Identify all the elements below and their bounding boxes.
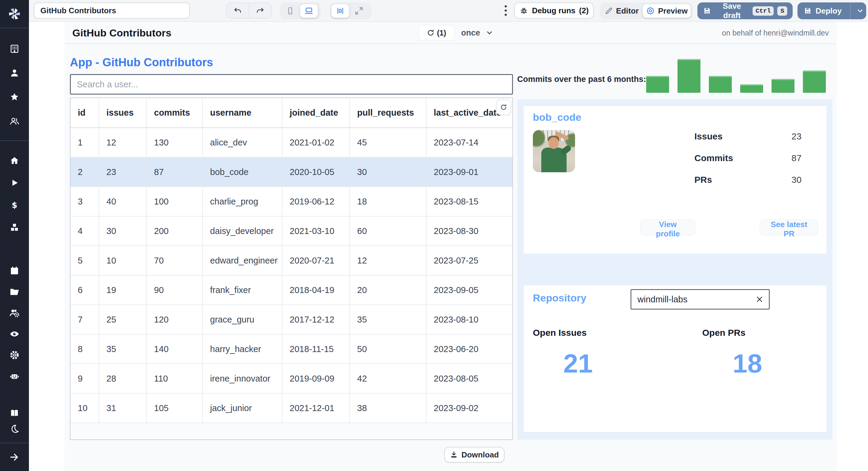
layout-toggle-group — [330, 2, 371, 19]
view-profile-button[interactable]: View profile — [640, 219, 695, 236]
table-row[interactable]: 340100charlie_prog2019-06-12182023-08-15 — [70, 187, 513, 216]
users-gear-icon[interactable] — [0, 302, 29, 324]
commit-bar — [803, 70, 826, 93]
table-row[interactable]: 725120grace_guru2017-12-12352023-08-10 — [70, 305, 513, 334]
floppy-deploy-icon — [804, 7, 812, 15]
redo-button[interactable] — [249, 3, 271, 18]
app-page-title: GitHub Contributors — [72, 22, 172, 44]
stat-prs-value: 30 — [792, 175, 801, 185]
floppy-save-icon — [703, 7, 711, 15]
table-row[interactable]: 1031105jack_junior2021-12-01382023-09-02 — [70, 393, 513, 423]
download-icon — [450, 451, 458, 459]
fullscreen-button[interactable] — [350, 4, 368, 18]
users-icon[interactable] — [0, 109, 29, 133]
folders-icon[interactable] — [0, 281, 29, 302]
schedules-calendar-icon[interactable] — [0, 260, 29, 281]
refresh-count: (1) — [437, 29, 446, 37]
docs-book-icon[interactable] — [0, 405, 29, 421]
col-issues: issues — [99, 98, 147, 128]
dark-mode-moon-icon[interactable] — [0, 421, 29, 437]
commits-bar-chart — [646, 59, 827, 93]
repository-input[interactable] — [630, 289, 770, 310]
home-icon[interactable] — [0, 149, 29, 172]
variables-dollar-icon[interactable]: $ — [0, 194, 29, 216]
stat-commits-value: 87 — [792, 153, 801, 163]
settings-gear-icon[interactable] — [0, 344, 29, 366]
audit-eye-icon[interactable] — [0, 324, 29, 344]
app-canvas: GitHub Contributors (1) once on behalf o… — [64, 22, 837, 471]
app-refresh-button[interactable]: (1) — [418, 25, 455, 41]
more-menu-button[interactable] — [498, 2, 513, 19]
commit-bar — [709, 76, 732, 93]
table-footer — [70, 423, 513, 439]
table-refresh-button[interactable] — [496, 99, 511, 115]
stat-issues-value: 23 — [792, 131, 801, 141]
table-row[interactable]: 22387bob_code2020-10-05302023-09-01 — [70, 157, 513, 187]
table-row[interactable]: 928110irene_innovator2019-09-09422023-08… — [70, 364, 513, 393]
open-prs-label: Open PRs — [702, 328, 745, 338]
kbd-s: S — [777, 6, 787, 16]
pencil-icon — [604, 7, 613, 15]
deploy-button[interactable]: Deploy — [798, 2, 866, 19]
repository-card: Repository Open Issues Open PRs 21 18 — [524, 285, 827, 432]
user-icon[interactable] — [0, 61, 29, 85]
commit-bar — [646, 76, 669, 93]
table-row[interactable]: 51070edward_engineer2020-07-21122023-07-… — [70, 246, 513, 275]
debug-runs-button[interactable]: Debug runs (2) — [514, 2, 594, 19]
table-row[interactable]: 430200daisy_developer2021-03-10602023-08… — [70, 216, 513, 246]
sidebar-divider — [0, 140, 29, 141]
col-joined-date: joined_date — [282, 98, 350, 128]
table-row[interactable]: 112130alice_dev2021-01-02452023-07-14 — [70, 128, 513, 157]
sidebar-divider — [0, 443, 29, 443]
col-pull-requests: pull_requests — [350, 98, 426, 128]
open-issues-label: Open Issues — [533, 328, 587, 338]
table-header-row: id issues commits username joined_date p… — [70, 98, 513, 128]
app-title-input[interactable] — [34, 2, 190, 19]
tab-preview[interactable]: Preview — [642, 4, 691, 18]
refresh-icon — [427, 29, 435, 37]
debug-runs-count: (2) — [579, 6, 589, 15]
deploy-chevron-down-icon[interactable] — [854, 7, 866, 15]
ai-robot-icon[interactable] — [0, 366, 29, 387]
right-panel: bob_code Issues 23 Commits 87 PRs 30 Vie… — [517, 99, 832, 440]
repository-card-title: Repository — [533, 292, 587, 304]
device-toggle-group — [280, 2, 321, 19]
commits-chart-label: Commits over the past 6 months: — [517, 75, 646, 84]
windmill-logo-icon[interactable] — [0, 0, 29, 28]
kbd-ctrl: Ctrl — [752, 6, 774, 16]
center-layout-button[interactable] — [331, 4, 350, 18]
user-card-title: bob_code — [533, 111, 581, 123]
schedule-dropdown[interactable]: once — [461, 25, 493, 41]
table-row[interactable]: 61990frank_fixer2018-04-19202023-09-05 — [70, 275, 513, 305]
resources-cubes-icon[interactable] — [0, 216, 29, 238]
star-icon[interactable] — [0, 85, 29, 109]
expand-sidebar-arrow-icon[interactable] — [0, 447, 29, 467]
debug-runs-label: Debug runs — [532, 6, 575, 15]
commit-bar — [740, 84, 763, 93]
commit-bar — [678, 59, 701, 93]
save-draft-button[interactable]: Save draft CtrlS — [698, 2, 793, 19]
clear-input-x-icon[interactable] — [753, 293, 766, 305]
undo-button[interactable] — [227, 3, 249, 18]
table-row[interactable]: 835140harry_hacker2018-11-15502023-06-20 — [70, 334, 513, 364]
search-input[interactable] — [70, 74, 513, 95]
stat-prs-label: PRs — [694, 175, 712, 185]
undo-redo-group — [226, 2, 272, 19]
download-button[interactable]: Download — [444, 447, 504, 463]
tab-editor[interactable]: Editor — [601, 4, 642, 18]
bug-icon — [519, 6, 528, 15]
top-toolbar: Debug runs (2) Editor Preview Save draft… — [29, 0, 868, 22]
chevron-down-icon — [486, 29, 493, 37]
open-issues-value: 21 — [548, 348, 608, 379]
workspace-building-icon[interactable] — [0, 37, 29, 61]
desktop-view-button[interactable] — [300, 4, 318, 18]
col-username: username — [203, 98, 282, 128]
col-id: id — [70, 98, 99, 128]
app-header-bar: GitHub Contributors (1) once on behalf o… — [64, 22, 837, 44]
runs-play-icon[interactable] — [0, 172, 29, 194]
mobile-view-button[interactable] — [281, 4, 300, 18]
sidebar: $ — [0, 0, 29, 471]
col-commits: commits — [147, 98, 203, 128]
see-latest-pr-button[interactable]: See latest PR — [760, 219, 818, 236]
open-prs-value: 18 — [717, 348, 778, 379]
